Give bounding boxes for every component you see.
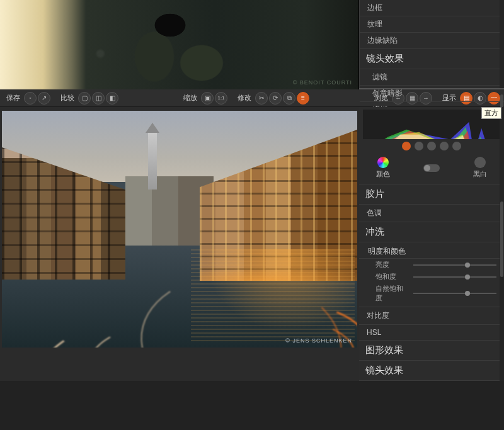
hist-tab-l[interactable] xyxy=(452,142,461,150)
upper-right-panel: 边框 纹理 边缘缺陷 镜头效果 滤镜 创意暗影 模糊 xyxy=(359,0,504,88)
zoom-11-button[interactable]: 1:1 xyxy=(215,92,227,105)
hist-tab-rgb[interactable] xyxy=(402,142,411,150)
section-film[interactable]: 胶片 xyxy=(359,184,504,205)
bottom-empty-area xyxy=(0,381,504,430)
section-lens-fx[interactable]: 镜头效果 xyxy=(359,361,504,381)
layers-icon[interactable]: ⧉ xyxy=(283,92,295,105)
slider-saturation-label: 饱和度 xyxy=(375,272,408,281)
panel-header-lens-effects[interactable]: 镜头效果 xyxy=(360,49,504,69)
panel-item-border[interactable]: 边框 xyxy=(360,0,504,16)
toolbar-save-label: 保存 xyxy=(6,93,20,103)
mode-color-label: 颜色 xyxy=(376,169,390,179)
panel-item-texture[interactable]: 纹理 xyxy=(360,16,504,33)
slider-brightness-row: 亮度 xyxy=(359,259,504,271)
zoom-fit-icon[interactable]: ▣ xyxy=(201,92,214,105)
save-disk-icon[interactable]: ◦ xyxy=(24,92,37,105)
panel-item-edge-defect[interactable]: 边缘缺陷 xyxy=(360,33,504,49)
mode-color[interactable]: 颜色 xyxy=(376,157,390,179)
histogram[interactable] xyxy=(363,110,500,139)
adjust-panel: 颜色 黑白 胶片 色调 冲洗 明度和颜色 亮度 饱和度 自然饱和度 对比度 xyxy=(359,107,504,381)
upper-preview-image: © BENOIT COURTI xyxy=(0,0,359,89)
toolbar-compare-label: 比较 xyxy=(60,93,74,103)
color-bw-toggle[interactable] xyxy=(423,164,440,172)
slider-brightness[interactable] xyxy=(413,264,496,266)
slider-vibrance[interactable] xyxy=(413,293,496,294)
adjust-icon[interactable]: ≡ xyxy=(297,92,309,105)
toolbar-edit-label: 修改 xyxy=(238,93,251,103)
hist-tab-g[interactable] xyxy=(427,142,436,150)
panel-item-creative-vignette[interactable]: 创意暗影 xyxy=(360,86,504,102)
upper-row: © BENOIT COURTI 边框 纹理 边缘缺陷 镜头效果 滤镜 创意暗影 … xyxy=(0,0,504,89)
main-image-credit: © JENS SCHLENKER xyxy=(285,337,352,344)
bw-circle-icon xyxy=(474,157,486,168)
histogram-tooltip: 直方 xyxy=(481,107,501,119)
section-brightness-color[interactable]: 明度和颜色 xyxy=(359,242,504,259)
hist-tab-b[interactable] xyxy=(440,142,449,150)
slider-brightness-label: 亮度 xyxy=(375,260,408,269)
compare-side-icon[interactable]: ◧ xyxy=(106,92,118,105)
panel-item-filter[interactable]: 滤镜 xyxy=(360,69,504,86)
histogram-channel-tabs xyxy=(359,140,504,154)
save-export-icon[interactable]: ↗ xyxy=(38,92,50,105)
section-hsl[interactable]: HSL xyxy=(359,325,504,341)
color-mode-row: 颜色 黑白 xyxy=(359,154,504,184)
main-row: © JENS SCHLENKER 颜色 xyxy=(0,107,504,381)
section-tone[interactable]: 色调 xyxy=(359,205,504,222)
rotate-icon[interactable]: ⟳ xyxy=(269,92,282,105)
slider-vibrance-label: 自然饱和度 xyxy=(375,284,408,303)
upper-panel-scrollbar[interactable] xyxy=(500,0,504,88)
main-image-viewport[interactable]: © JENS SCHLENKER xyxy=(0,107,359,381)
mode-bw[interactable]: 黑白 xyxy=(473,157,487,179)
compare-split-icon[interactable]: ◫ xyxy=(92,92,105,105)
slider-saturation[interactable] xyxy=(413,276,496,278)
hist-tab-r[interactable] xyxy=(415,142,423,150)
color-wheel-icon xyxy=(377,157,389,168)
section-develop[interactable]: 冲洗 xyxy=(359,222,504,242)
compare-single-icon[interactable]: ▢ xyxy=(78,92,91,105)
slider-saturation-row: 饱和度 xyxy=(359,271,504,283)
slider-vibrance-row: 自然饱和度 xyxy=(359,283,504,307)
mode-toggle[interactable] xyxy=(423,162,440,173)
crop-icon[interactable]: ✂ xyxy=(255,92,268,105)
mode-bw-label: 黑白 xyxy=(473,169,487,179)
section-graphic-fx[interactable]: 图形效果 xyxy=(359,341,504,361)
upper-image-credit: © BENOIT COURTI xyxy=(293,79,352,86)
adjust-panel-scrollbar[interactable] xyxy=(500,107,504,381)
main-preview-image: © JENS SCHLENKER xyxy=(2,111,357,348)
section-contrast[interactable]: 对比度 xyxy=(359,307,504,325)
toolbar-zoom-label: 缩放 xyxy=(183,93,197,103)
